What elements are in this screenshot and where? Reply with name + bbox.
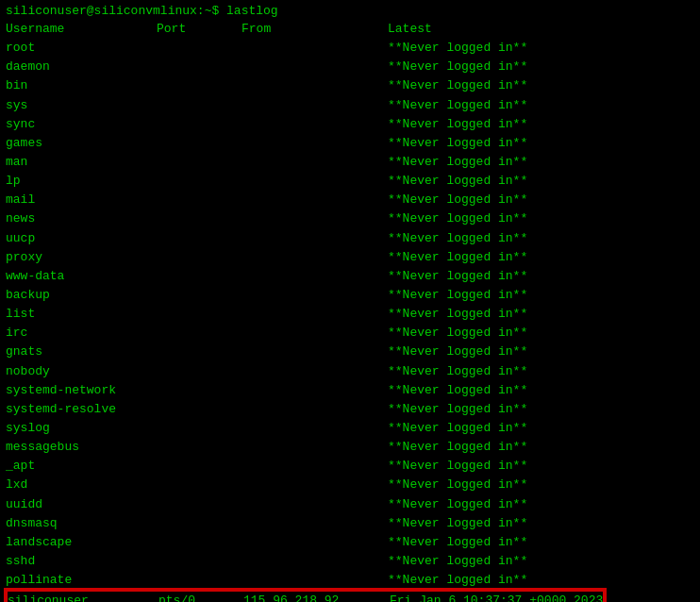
row-from [242, 134, 388, 153]
row-from [242, 362, 388, 381]
row-username: sync [6, 115, 157, 134]
row-latest: **Never logged in** [388, 96, 527, 115]
table-row: sshd**Never logged in** [6, 552, 694, 571]
row-from [242, 419, 388, 438]
table-row: nobody**Never logged in** [6, 362, 694, 381]
row-from [242, 76, 388, 95]
row-latest: **Never logged in** [388, 115, 527, 134]
row-from [242, 571, 388, 590]
table-row: syslog**Never logged in** [6, 419, 694, 438]
row-username: uucp [6, 229, 157, 248]
row-from [242, 552, 388, 571]
table-row: dnsmasq**Never logged in** [6, 514, 694, 533]
table-row: irc**Never logged in** [6, 324, 694, 343]
highlighted-port: pts/0 [158, 592, 243, 602]
row-from [242, 58, 388, 76]
row-latest: **Never logged in** [388, 457, 527, 476]
row-latest: **Never logged in** [388, 419, 527, 438]
row-latest: **Never logged in** [388, 39, 527, 58]
header-from: From [242, 20, 388, 39]
row-port [157, 229, 242, 248]
terminal-window: siliconuser@siliconvmlinux:~$ lastlog Us… [0, 0, 700, 602]
row-from [242, 400, 388, 419]
row-username: systemd-network [6, 381, 157, 400]
prompt-line: siliconuser@siliconvmlinux:~$ lastlog [6, 4, 694, 18]
row-username: man [6, 153, 157, 172]
row-port [157, 39, 242, 58]
row-from [242, 457, 388, 476]
row-latest: **Never logged in** [388, 533, 527, 552]
row-username: syslog [6, 419, 157, 438]
row-username: sys [6, 96, 157, 115]
table-row: lxd**Never logged in** [6, 476, 694, 494]
row-latest: **Never logged in** [388, 571, 527, 590]
table-row: systemd-resolve**Never logged in** [6, 400, 694, 419]
row-latest: **Never logged in** [388, 343, 527, 361]
row-latest: **Never logged in** [388, 324, 527, 343]
table-row: games**Never logged in** [6, 134, 694, 153]
row-port [157, 495, 242, 514]
row-from [242, 476, 388, 494]
row-username: nobody [6, 362, 157, 381]
table-header: Username Port From Latest [6, 20, 694, 39]
table-row: sys**Never logged in** [6, 96, 694, 115]
row-port [157, 76, 242, 95]
row-from [242, 495, 388, 514]
row-latest: **Never logged in** [388, 286, 527, 305]
table-row: uuidd**Never logged in** [6, 495, 694, 514]
highlighted-from: 115.96.218.92 [243, 592, 390, 602]
table-row: bin**Never logged in** [6, 76, 694, 95]
row-username: uuidd [6, 495, 157, 514]
row-port [157, 58, 242, 76]
row-from [242, 248, 388, 267]
row-port [157, 209, 242, 228]
table-row: _apt**Never logged in** [6, 457, 694, 476]
row-port [157, 267, 242, 286]
row-from [242, 229, 388, 248]
row-username: proxy [6, 248, 157, 267]
row-port [157, 400, 242, 419]
row-from [242, 343, 388, 361]
table-row: sync**Never logged in** [6, 115, 694, 134]
row-port [157, 438, 242, 457]
row-username: daemon [6, 58, 157, 76]
row-port [157, 457, 242, 476]
row-port [157, 324, 242, 343]
row-from [242, 381, 388, 400]
row-port [157, 552, 242, 571]
row-username: dnsmasq [6, 514, 157, 533]
row-latest: **Never logged in** [388, 229, 527, 248]
row-from [242, 533, 388, 552]
table-row: proxy**Never logged in** [6, 248, 694, 267]
header-latest: Latest [388, 20, 432, 39]
row-latest: **Never logged in** [388, 305, 527, 324]
row-latest: **Never logged in** [388, 495, 527, 514]
highlighted-row: siliconuser pts/0 115.96.218.92 Fri Jan … [6, 590, 605, 602]
table-row: gnats**Never logged in** [6, 343, 694, 361]
row-port [157, 191, 242, 209]
row-username: sshd [6, 552, 157, 571]
row-username: irc [6, 324, 157, 343]
row-from [242, 115, 388, 134]
row-latest: **Never logged in** [388, 552, 527, 571]
highlighted-latest: Fri Jan 6 10:37:37 +0000 2023 [390, 592, 603, 602]
row-latest: **Never logged in** [388, 134, 527, 153]
row-latest: **Never logged in** [388, 209, 527, 228]
row-username: backup [6, 286, 157, 305]
row-username: list [6, 305, 157, 324]
row-port [157, 571, 242, 590]
row-username: bin [6, 76, 157, 95]
table-body: root**Never logged in**daemon**Never log… [6, 39, 694, 590]
row-from [242, 153, 388, 172]
row-latest: **Never logged in** [388, 362, 527, 381]
row-port [157, 96, 242, 115]
row-latest: **Never logged in** [388, 76, 527, 95]
row-latest: **Never logged in** [388, 191, 527, 209]
row-from [242, 286, 388, 305]
row-latest: **Never logged in** [388, 153, 527, 172]
table-row: daemon**Never logged in** [6, 58, 694, 76]
row-from [242, 39, 388, 58]
table-row: landscape**Never logged in** [6, 533, 694, 552]
row-username: root [6, 39, 157, 58]
row-from [242, 267, 388, 286]
